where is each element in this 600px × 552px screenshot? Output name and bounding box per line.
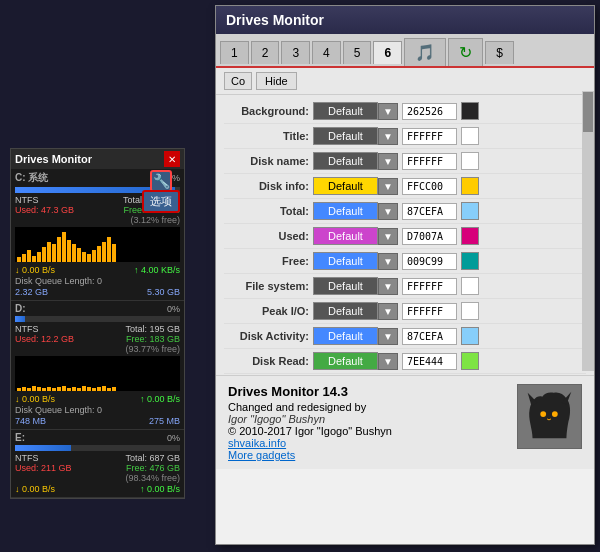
- tab-4[interactable]: 4: [312, 41, 341, 64]
- diskinfo-dropdown-arrow[interactable]: ▼: [378, 178, 398, 195]
- setting-free: Free: Default ▼: [224, 249, 586, 274]
- free-swatch: [461, 252, 479, 270]
- diskactivity-swatch: [461, 327, 479, 345]
- diskactivity-dropdown-btn[interactable]: Default: [313, 327, 378, 345]
- diskinfo-swatch: [461, 177, 479, 195]
- drive-e-bar: [15, 445, 180, 451]
- bar: [57, 387, 61, 391]
- free-hex-input[interactable]: [402, 253, 457, 270]
- setting-title-label: Title:: [224, 130, 309, 142]
- about-line2: Igor "Igogo" Bushyn: [228, 413, 507, 425]
- col-button[interactable]: Co: [224, 72, 252, 90]
- setting-filesystem: File system: Default ▼: [224, 274, 586, 299]
- bar: [42, 247, 46, 262]
- filesystem-hex-input[interactable]: [402, 278, 457, 295]
- tab-1[interactable]: 1: [220, 41, 249, 64]
- bar: [112, 387, 116, 391]
- hide-button[interactable]: Hide: [256, 72, 297, 90]
- title-dropdown-btn[interactable]: Default: [313, 127, 378, 145]
- drive-e-freepct: (98.34% free): [15, 473, 180, 483]
- drive-c-up: ↑ 4.00 KB/s: [134, 265, 180, 275]
- tab-3[interactable]: 3: [281, 41, 310, 64]
- total-dropdown-arrow[interactable]: ▼: [378, 203, 398, 220]
- setting-background-label: Background:: [224, 105, 309, 117]
- free-dropdown-arrow[interactable]: ▼: [378, 253, 398, 270]
- drive-d-io: ↓ 0.00 B/s ↑ 0.00 B/s: [15, 393, 180, 405]
- peakio-swatch: [461, 302, 479, 320]
- background-dropdown-btn[interactable]: Default: [313, 102, 378, 120]
- scrollbar-thumb[interactable]: [583, 92, 593, 132]
- bar: [37, 387, 41, 391]
- wrench-button[interactable]: 🔧: [150, 170, 172, 192]
- setting-diskactivity-dropdown: Default ▼: [313, 327, 398, 345]
- bar: [87, 254, 91, 262]
- about-link2[interactable]: More gadgets: [228, 449, 295, 461]
- used-dropdown-btn[interactable]: Default: [313, 227, 378, 245]
- background-dropdown-arrow[interactable]: ▼: [378, 103, 398, 120]
- title-hex-input[interactable]: [402, 128, 457, 145]
- setting-diskinfo-label: Disk info:: [224, 180, 309, 192]
- close-button[interactable]: ✕: [164, 151, 180, 167]
- free-dropdown-btn[interactable]: Default: [313, 252, 378, 270]
- widget-header: Drives Monitor ✕: [11, 149, 184, 169]
- bar: [22, 254, 26, 262]
- bar: [77, 248, 81, 262]
- about-link1[interactable]: shvaika.info: [228, 437, 286, 449]
- tab-5[interactable]: 5: [343, 41, 372, 64]
- peakio-hex-input[interactable]: [402, 303, 457, 320]
- total-swatch: [461, 202, 479, 220]
- bar: [97, 387, 101, 391]
- setting-filesystem-dropdown: Default ▼: [313, 277, 398, 295]
- diskname-swatch: [461, 152, 479, 170]
- drive-e-used: Used: 211 GB: [15, 463, 72, 473]
- background-hex-input[interactable]: [402, 103, 457, 120]
- setting-free-label: Free:: [224, 255, 309, 267]
- scrollbar: [582, 91, 594, 371]
- bar: [107, 388, 111, 391]
- filesystem-dropdown-arrow[interactable]: ▼: [378, 278, 398, 295]
- tab-refresh[interactable]: ↻: [448, 38, 483, 66]
- tab-2[interactable]: 2: [251, 41, 280, 64]
- setting-title-dropdown: Default ▼: [313, 127, 398, 145]
- used-hex-input[interactable]: [402, 228, 457, 245]
- drive-d-label: D:: [15, 303, 26, 314]
- diskname-dropdown-btn[interactable]: Default: [313, 152, 378, 170]
- drive-c-label: C: 系统: [15, 171, 48, 185]
- diskname-hex-input[interactable]: [402, 153, 457, 170]
- cat-image: [517, 384, 582, 449]
- filesystem-dropdown-btn[interactable]: Default: [313, 277, 378, 295]
- setting-diskread-dropdown: Default ▼: [313, 352, 398, 370]
- diskname-dropdown-arrow[interactable]: ▼: [378, 153, 398, 170]
- background-swatch: [461, 102, 479, 120]
- tab-dollar[interactable]: $: [485, 41, 514, 64]
- drive-c-size1: 2.32 GB: [15, 287, 48, 297]
- peakio-dropdown-arrow[interactable]: ▼: [378, 303, 398, 320]
- total-dropdown-btn[interactable]: Default: [313, 202, 378, 220]
- bar: [32, 256, 36, 262]
- setting-diskread-label: Disk Read:: [224, 355, 309, 367]
- setting-peakio: Peak I/O: Default ▼: [224, 299, 586, 324]
- total-hex-input[interactable]: [402, 203, 457, 220]
- options-button[interactable]: 选项: [142, 190, 180, 213]
- diskactivity-hex-input[interactable]: [402, 328, 457, 345]
- drive-e-fs: NTFS: [15, 453, 39, 463]
- diskinfo-dropdown-btn[interactable]: Default: [313, 177, 378, 195]
- diskread-hex-input[interactable]: [402, 353, 457, 370]
- setting-diskinfo: Disk info: Default ▼: [224, 174, 586, 199]
- diskinfo-hex-input[interactable]: [402, 178, 457, 195]
- drive-e-free: Free: 476 GB: [126, 463, 180, 473]
- tab-music[interactable]: 🎵: [404, 38, 446, 66]
- title-swatch: [461, 127, 479, 145]
- drive-d-usage: Used: 12.2 GB Free: 183 GB: [15, 334, 180, 344]
- diskactivity-dropdown-arrow[interactable]: ▼: [378, 328, 398, 345]
- drive-d-down: ↓ 0.00 B/s: [15, 394, 55, 404]
- diskread-dropdown-btn[interactable]: Default: [313, 352, 378, 370]
- bar: [52, 244, 56, 262]
- peakio-dropdown-btn[interactable]: Default: [313, 302, 378, 320]
- bar: [42, 388, 46, 391]
- tab-6[interactable]: 6: [373, 41, 402, 64]
- diskread-swatch: [461, 352, 479, 370]
- diskread-dropdown-arrow[interactable]: ▼: [378, 353, 398, 370]
- used-dropdown-arrow[interactable]: ▼: [378, 228, 398, 245]
- title-dropdown-arrow[interactable]: ▼: [378, 128, 398, 145]
